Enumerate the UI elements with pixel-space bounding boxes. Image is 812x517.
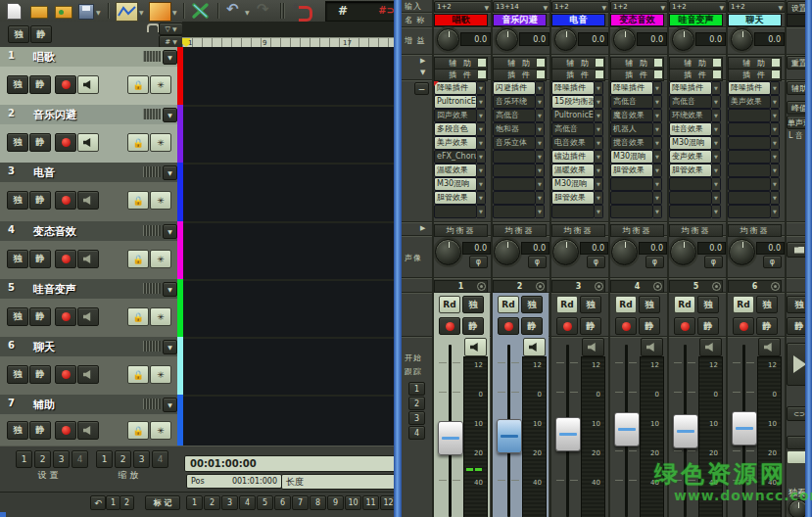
plugin-slot[interactable]: ▼: [493, 191, 545, 203]
aux-indicator[interactable]: [771, 58, 781, 68]
track-monitor-button[interactable]: [77, 133, 99, 152]
import-folder-icon[interactable]: [55, 6, 72, 19]
plugin-slot[interactable]: M30混响▼: [434, 177, 486, 189]
track-monitor-button[interactable]: [77, 250, 99, 268]
channel-record-button[interactable]: [498, 317, 519, 335]
volume-fader[interactable]: [673, 414, 698, 448]
channel-monitor-button[interactable]: [758, 338, 781, 356]
plugin-slot[interactable]: 降噪插件▼: [728, 81, 780, 93]
phase-button[interactable]: φ: [528, 256, 547, 268]
plugin-slot[interactable]: 魔音效果▼: [610, 109, 662, 120]
track-mute-button[interactable]: 静: [29, 421, 51, 440]
plugin-slot[interactable]: ▼: [728, 122, 780, 134]
plugin-slot[interactable]: 美声效果▼: [434, 136, 486, 148]
fade-dropdown-icon[interactable]: ▼: [172, 9, 177, 16]
track-record-button[interactable]: [55, 365, 76, 384]
master-option-dark-button[interactable]: [787, 436, 805, 449]
track-record-button[interactable]: [55, 133, 76, 152]
channel-mute-button[interactable]: 静: [580, 317, 601, 335]
channel-name[interactable]: 音乐闪避: [493, 14, 547, 26]
channel-record-button[interactable]: [615, 317, 637, 335]
automation-curve-icon[interactable]: [116, 2, 138, 22]
plugin-slot[interactable]: 胆管效果▼: [610, 164, 662, 175]
channel-solo-button[interactable]: 独: [697, 296, 719, 313]
gain-knob[interactable]: [613, 28, 636, 51]
play-button[interactable]: [787, 343, 805, 386]
channel-record-button[interactable]: [674, 317, 695, 335]
channel-mute-button[interactable]: 静: [521, 317, 543, 335]
track-row[interactable]: 2 音乐闪避 ▼ 独 静 🔒 ✳: [0, 105, 394, 164]
gain-knob[interactable]: [496, 28, 518, 51]
track-menu-button[interactable]: ▼: [163, 165, 177, 180]
channel-select-icon[interactable]: [712, 282, 721, 291]
track-header[interactable]: 6 聊天 ▼: [0, 337, 177, 356]
track-grip[interactable]: [143, 109, 161, 119]
mono-button[interactable]: 单声道: [787, 116, 805, 129]
input-select[interactable]: 1+2▼: [610, 1, 668, 13]
plugin-slot[interactable]: ▼: [610, 177, 662, 189]
eq-section-button[interactable]: 均衡器: [551, 224, 605, 237]
undo-dropdown-icon[interactable]: ▼: [245, 9, 250, 16]
zoom-button-3[interactable]: 3: [133, 450, 150, 468]
master-aux-button[interactable]: 辅助: [787, 81, 805, 95]
aux-indicator[interactable]: [712, 58, 722, 68]
plugin-slot[interactable]: ▼: [728, 191, 780, 203]
track-lock-button[interactable]: 🔒: [127, 307, 149, 326]
track-monitor-button[interactable]: [77, 307, 99, 326]
rd-automation-button[interactable]: Rd: [439, 296, 460, 313]
eq-section-button[interactable]: 均衡器: [434, 224, 488, 237]
track-solo-button[interactable]: 独: [7, 133, 28, 152]
snap-magnet-icon[interactable]: #: [292, 3, 313, 19]
channel-monitor-button[interactable]: [582, 338, 604, 356]
plugin-slot[interactable]: 机器人▼: [610, 122, 662, 134]
plugins-indicator[interactable]: [771, 70, 781, 79]
plugin-slot[interactable]: ▼: [669, 205, 721, 216]
pan-knob[interactable]: [670, 239, 696, 265]
track-header[interactable]: 2 音乐闪避 ▼: [0, 105, 177, 124]
track-record-button[interactable]: [55, 75, 76, 94]
plugin-slot[interactable]: 镶边插件▼: [551, 150, 603, 162]
save-dropdown-icon[interactable]: ▼: [96, 9, 101, 16]
master-solo-button[interactable]: 独: [787, 296, 805, 313]
plugin-slot[interactable]: 环绕效果▼: [669, 109, 721, 120]
channel-name[interactable]: 聊天: [728, 14, 782, 26]
save-icon[interactable]: [78, 4, 94, 20]
grid-icon[interactable]: #: [338, 4, 348, 18]
open-folder-icon[interactable]: [30, 6, 48, 19]
plugin-slot[interactable]: PultronicEQ▼: [434, 95, 486, 107]
plugins-indicator[interactable]: [653, 70, 663, 79]
plugin-slot[interactable]: 温暖效果▼: [551, 164, 603, 175]
track-grip[interactable]: [143, 166, 161, 177]
reset-button[interactable]: 重置: [787, 56, 805, 70]
plugin-slot[interactable]: 降噪插件▼: [551, 81, 603, 93]
track-mute-button[interactable]: 静: [29, 365, 51, 384]
plugin-slot[interactable]: 电音效果▼: [551, 136, 603, 148]
nav-button-2[interactable]: 2: [119, 495, 134, 510]
group-button-3[interactable]: 3: [408, 411, 425, 425]
marker-label-button[interactable]: 标 记: [145, 495, 180, 510]
filter-dropdown[interactable]: ▽▼: [159, 23, 183, 35]
channel-name[interactable]: 唱歌: [434, 14, 488, 26]
plugin-slot[interactable]: ▼: [493, 177, 545, 189]
channel-record-button[interactable]: [733, 317, 754, 335]
marker-number-button[interactable]: 4: [239, 495, 256, 510]
phase-button[interactable]: φ: [763, 256, 782, 268]
plugin-slot[interactable]: ▼: [669, 191, 721, 203]
channel-monitor-button[interactable]: [464, 338, 487, 356]
volume-fader[interactable]: [555, 417, 581, 451]
channel-select-icon[interactable]: [771, 282, 780, 291]
track-lock-button[interactable]: 🔒: [127, 133, 149, 152]
track-record-button[interactable]: [55, 307, 76, 326]
plugin-slot[interactable]: ▼: [728, 109, 780, 120]
channel-solo-button[interactable]: 独: [521, 296, 543, 313]
marker-number-button[interactable]: 7: [292, 495, 309, 510]
arranger-mute-button[interactable]: 静: [30, 25, 52, 43]
nav-button-1[interactable]: 1: [106, 495, 120, 510]
plugin-slot[interactable]: ▼: [551, 205, 603, 216]
arranger-solo-button[interactable]: 独: [8, 25, 29, 43]
track-record-button[interactable]: [55, 421, 76, 440]
plugin-slot[interactable]: 胆管效果▼: [551, 191, 603, 203]
track-menu-button[interactable]: ▼: [163, 398, 177, 412]
volume-fader[interactable]: [614, 412, 640, 446]
track-grip[interactable]: [143, 51, 161, 62]
